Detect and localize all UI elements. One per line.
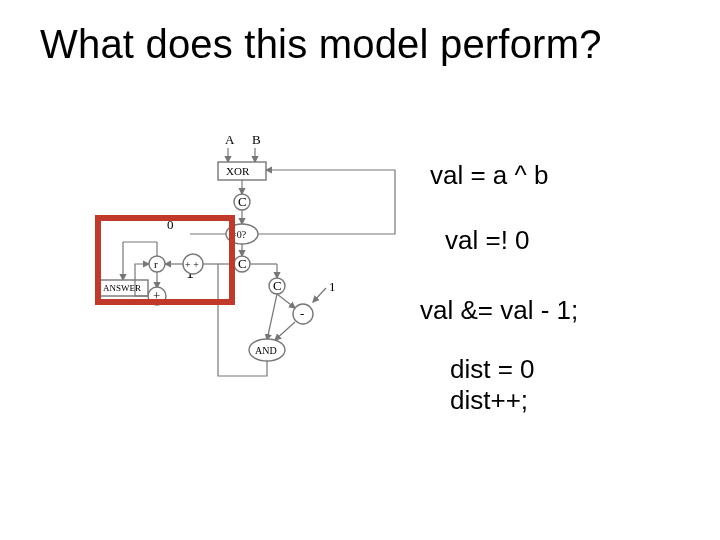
code-line-3: val &= val - 1; bbox=[420, 295, 578, 326]
svg-line-19 bbox=[275, 322, 295, 340]
highlight-box bbox=[95, 215, 235, 305]
label-b: B bbox=[252, 132, 261, 147]
svg-text:-: - bbox=[300, 306, 304, 321]
label-one-small: 1 bbox=[329, 279, 336, 294]
svg-text:AND: AND bbox=[255, 345, 277, 356]
svg-line-15 bbox=[313, 288, 326, 302]
svg-line-16 bbox=[277, 294, 295, 308]
code-line-4a: dist = 0 bbox=[450, 354, 535, 385]
svg-line-18 bbox=[267, 294, 277, 340]
code-lines-4: dist = 0 dist++; bbox=[450, 354, 535, 416]
code-line-1: val = a ^ b bbox=[430, 160, 548, 191]
slide-title: What does this model perform? bbox=[40, 22, 602, 67]
slide: What does this model perform? val = a ^ … bbox=[0, 0, 720, 540]
label-a: A bbox=[225, 132, 235, 147]
svg-text:C: C bbox=[238, 256, 247, 271]
svg-text:C: C bbox=[238, 194, 247, 209]
code-line-2: val =! 0 bbox=[445, 225, 530, 256]
svg-text:XOR: XOR bbox=[226, 165, 250, 177]
svg-text:C: C bbox=[273, 278, 282, 293]
code-line-4b: dist++; bbox=[450, 385, 535, 416]
